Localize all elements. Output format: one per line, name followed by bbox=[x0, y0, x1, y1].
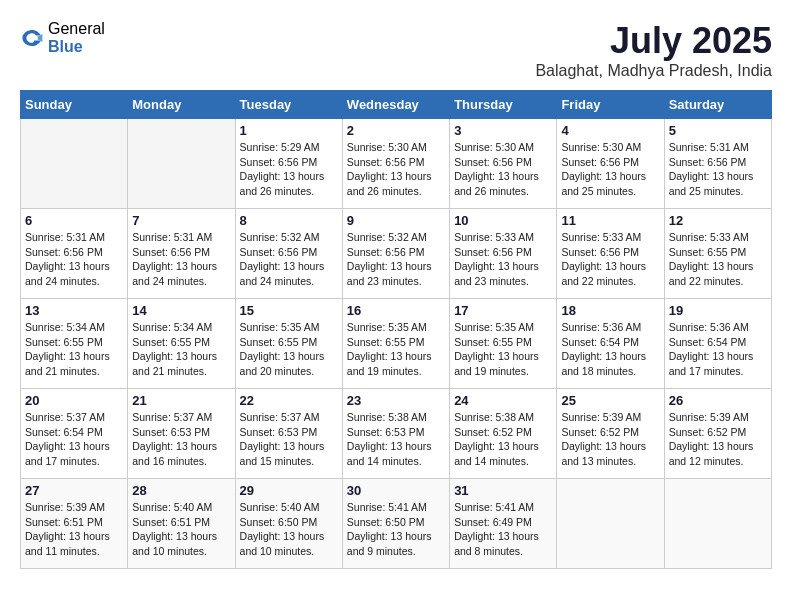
month-year: July 2025 bbox=[535, 20, 772, 62]
day-number: 14 bbox=[132, 303, 230, 318]
weekday-header: Saturday bbox=[664, 91, 771, 119]
day-number: 17 bbox=[454, 303, 552, 318]
day-number: 24 bbox=[454, 393, 552, 408]
calendar-day-cell: 27Sunrise: 5:39 AM Sunset: 6:51 PM Dayli… bbox=[21, 479, 128, 569]
weekday-header: Sunday bbox=[21, 91, 128, 119]
calendar-day-cell: 10Sunrise: 5:33 AM Sunset: 6:56 PM Dayli… bbox=[450, 209, 557, 299]
day-number: 12 bbox=[669, 213, 767, 228]
day-number: 30 bbox=[347, 483, 445, 498]
page-header: General Blue July 2025 Balaghat, Madhya … bbox=[20, 20, 772, 80]
day-info: Sunrise: 5:38 AM Sunset: 6:52 PM Dayligh… bbox=[454, 410, 552, 469]
weekday-header: Friday bbox=[557, 91, 664, 119]
day-number: 6 bbox=[25, 213, 123, 228]
day-number: 3 bbox=[454, 123, 552, 138]
day-info: Sunrise: 5:40 AM Sunset: 6:51 PM Dayligh… bbox=[132, 500, 230, 559]
day-number: 13 bbox=[25, 303, 123, 318]
calendar-day-cell bbox=[128, 119, 235, 209]
calendar-day-cell: 4Sunrise: 5:30 AM Sunset: 6:56 PM Daylig… bbox=[557, 119, 664, 209]
calendar-day-cell: 19Sunrise: 5:36 AM Sunset: 6:54 PM Dayli… bbox=[664, 299, 771, 389]
calendar-day-cell: 13Sunrise: 5:34 AM Sunset: 6:55 PM Dayli… bbox=[21, 299, 128, 389]
calendar-day-cell: 3Sunrise: 5:30 AM Sunset: 6:56 PM Daylig… bbox=[450, 119, 557, 209]
day-number: 22 bbox=[240, 393, 338, 408]
calendar-day-cell: 15Sunrise: 5:35 AM Sunset: 6:55 PM Dayli… bbox=[235, 299, 342, 389]
logo-icon bbox=[20, 26, 44, 50]
weekday-header: Monday bbox=[128, 91, 235, 119]
day-info: Sunrise: 5:34 AM Sunset: 6:55 PM Dayligh… bbox=[132, 320, 230, 379]
day-info: Sunrise: 5:39 AM Sunset: 6:52 PM Dayligh… bbox=[669, 410, 767, 469]
logo-general: General bbox=[48, 20, 105, 38]
day-number: 15 bbox=[240, 303, 338, 318]
calendar-day-cell: 30Sunrise: 5:41 AM Sunset: 6:50 PM Dayli… bbox=[342, 479, 449, 569]
day-info: Sunrise: 5:30 AM Sunset: 6:56 PM Dayligh… bbox=[561, 140, 659, 199]
day-number: 21 bbox=[132, 393, 230, 408]
day-number: 27 bbox=[25, 483, 123, 498]
day-info: Sunrise: 5:33 AM Sunset: 6:55 PM Dayligh… bbox=[669, 230, 767, 289]
day-info: Sunrise: 5:31 AM Sunset: 6:56 PM Dayligh… bbox=[25, 230, 123, 289]
calendar-week-row: 13Sunrise: 5:34 AM Sunset: 6:55 PM Dayli… bbox=[21, 299, 772, 389]
weekday-header: Thursday bbox=[450, 91, 557, 119]
day-number: 29 bbox=[240, 483, 338, 498]
calendar-day-cell: 8Sunrise: 5:32 AM Sunset: 6:56 PM Daylig… bbox=[235, 209, 342, 299]
calendar-week-row: 1Sunrise: 5:29 AM Sunset: 6:56 PM Daylig… bbox=[21, 119, 772, 209]
calendar-day-cell: 16Sunrise: 5:35 AM Sunset: 6:55 PM Dayli… bbox=[342, 299, 449, 389]
calendar-day-cell bbox=[664, 479, 771, 569]
calendar-table: SundayMondayTuesdayWednesdayThursdayFrid… bbox=[20, 90, 772, 569]
title-block: July 2025 Balaghat, Madhya Pradesh, Indi… bbox=[535, 20, 772, 80]
day-number: 9 bbox=[347, 213, 445, 228]
calendar-week-row: 20Sunrise: 5:37 AM Sunset: 6:54 PM Dayli… bbox=[21, 389, 772, 479]
day-info: Sunrise: 5:36 AM Sunset: 6:54 PM Dayligh… bbox=[561, 320, 659, 379]
day-info: Sunrise: 5:31 AM Sunset: 6:56 PM Dayligh… bbox=[132, 230, 230, 289]
day-info: Sunrise: 5:37 AM Sunset: 6:53 PM Dayligh… bbox=[240, 410, 338, 469]
calendar-day-cell: 2Sunrise: 5:30 AM Sunset: 6:56 PM Daylig… bbox=[342, 119, 449, 209]
calendar-day-cell: 23Sunrise: 5:38 AM Sunset: 6:53 PM Dayli… bbox=[342, 389, 449, 479]
day-number: 23 bbox=[347, 393, 445, 408]
day-info: Sunrise: 5:31 AM Sunset: 6:56 PM Dayligh… bbox=[669, 140, 767, 199]
location: Balaghat, Madhya Pradesh, India bbox=[535, 62, 772, 80]
day-info: Sunrise: 5:34 AM Sunset: 6:55 PM Dayligh… bbox=[25, 320, 123, 379]
calendar-day-cell: 29Sunrise: 5:40 AM Sunset: 6:50 PM Dayli… bbox=[235, 479, 342, 569]
calendar-day-cell: 31Sunrise: 5:41 AM Sunset: 6:49 PM Dayli… bbox=[450, 479, 557, 569]
day-info: Sunrise: 5:30 AM Sunset: 6:56 PM Dayligh… bbox=[347, 140, 445, 199]
day-number: 11 bbox=[561, 213, 659, 228]
calendar-week-row: 27Sunrise: 5:39 AM Sunset: 6:51 PM Dayli… bbox=[21, 479, 772, 569]
calendar-day-cell: 20Sunrise: 5:37 AM Sunset: 6:54 PM Dayli… bbox=[21, 389, 128, 479]
calendar-day-cell: 18Sunrise: 5:36 AM Sunset: 6:54 PM Dayli… bbox=[557, 299, 664, 389]
calendar-day-cell: 11Sunrise: 5:33 AM Sunset: 6:56 PM Dayli… bbox=[557, 209, 664, 299]
calendar-day-cell: 5Sunrise: 5:31 AM Sunset: 6:56 PM Daylig… bbox=[664, 119, 771, 209]
calendar-day-cell: 1Sunrise: 5:29 AM Sunset: 6:56 PM Daylig… bbox=[235, 119, 342, 209]
day-number: 28 bbox=[132, 483, 230, 498]
day-number: 18 bbox=[561, 303, 659, 318]
weekday-header: Wednesday bbox=[342, 91, 449, 119]
day-number: 7 bbox=[132, 213, 230, 228]
day-number: 26 bbox=[669, 393, 767, 408]
weekday-header: Tuesday bbox=[235, 91, 342, 119]
calendar-day-cell: 21Sunrise: 5:37 AM Sunset: 6:53 PM Dayli… bbox=[128, 389, 235, 479]
day-info: Sunrise: 5:37 AM Sunset: 6:54 PM Dayligh… bbox=[25, 410, 123, 469]
calendar-day-cell: 6Sunrise: 5:31 AM Sunset: 6:56 PM Daylig… bbox=[21, 209, 128, 299]
day-info: Sunrise: 5:36 AM Sunset: 6:54 PM Dayligh… bbox=[669, 320, 767, 379]
day-number: 10 bbox=[454, 213, 552, 228]
day-info: Sunrise: 5:40 AM Sunset: 6:50 PM Dayligh… bbox=[240, 500, 338, 559]
day-info: Sunrise: 5:32 AM Sunset: 6:56 PM Dayligh… bbox=[240, 230, 338, 289]
calendar-day-cell: 28Sunrise: 5:40 AM Sunset: 6:51 PM Dayli… bbox=[128, 479, 235, 569]
calendar-day-cell: 7Sunrise: 5:31 AM Sunset: 6:56 PM Daylig… bbox=[128, 209, 235, 299]
day-number: 31 bbox=[454, 483, 552, 498]
day-number: 5 bbox=[669, 123, 767, 138]
calendar-week-row: 6Sunrise: 5:31 AM Sunset: 6:56 PM Daylig… bbox=[21, 209, 772, 299]
calendar-day-cell: 12Sunrise: 5:33 AM Sunset: 6:55 PM Dayli… bbox=[664, 209, 771, 299]
day-number: 4 bbox=[561, 123, 659, 138]
day-info: Sunrise: 5:30 AM Sunset: 6:56 PM Dayligh… bbox=[454, 140, 552, 199]
day-info: Sunrise: 5:39 AM Sunset: 6:51 PM Dayligh… bbox=[25, 500, 123, 559]
logo: General Blue bbox=[20, 20, 105, 55]
day-info: Sunrise: 5:33 AM Sunset: 6:56 PM Dayligh… bbox=[561, 230, 659, 289]
logo-text: General Blue bbox=[48, 20, 105, 55]
calendar-day-cell bbox=[21, 119, 128, 209]
day-info: Sunrise: 5:38 AM Sunset: 6:53 PM Dayligh… bbox=[347, 410, 445, 469]
calendar-day-cell: 26Sunrise: 5:39 AM Sunset: 6:52 PM Dayli… bbox=[664, 389, 771, 479]
day-info: Sunrise: 5:35 AM Sunset: 6:55 PM Dayligh… bbox=[454, 320, 552, 379]
day-number: 25 bbox=[561, 393, 659, 408]
day-info: Sunrise: 5:29 AM Sunset: 6:56 PM Dayligh… bbox=[240, 140, 338, 199]
day-info: Sunrise: 5:33 AM Sunset: 6:56 PM Dayligh… bbox=[454, 230, 552, 289]
calendar-day-cell: 24Sunrise: 5:38 AM Sunset: 6:52 PM Dayli… bbox=[450, 389, 557, 479]
calendar-day-cell: 9Sunrise: 5:32 AM Sunset: 6:56 PM Daylig… bbox=[342, 209, 449, 299]
